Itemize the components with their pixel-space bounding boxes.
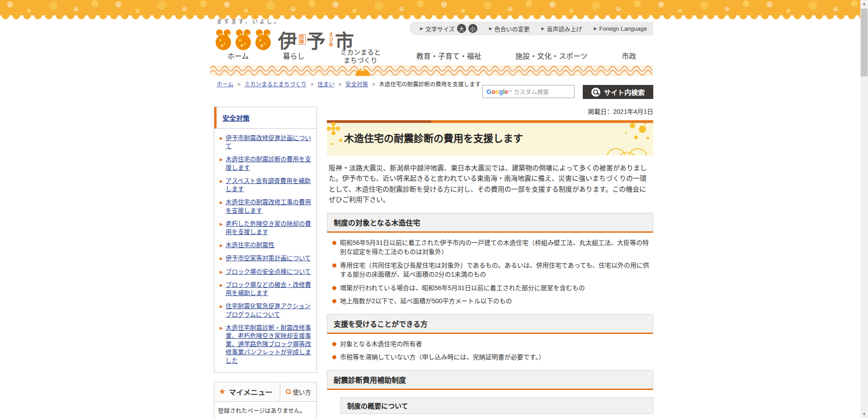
site-search-button[interactable]: サイト内検索	[583, 85, 653, 99]
list-item: 対象となる木造住宅の所有者	[331, 339, 651, 348]
sidebar-link[interactable]: ブロック塀などの撤去・改修費用を補助します	[226, 281, 313, 297]
triangle-marker-icon: ▶	[220, 179, 223, 193]
sidebar-item: ▶ブロック塀の安全点検について	[220, 268, 313, 276]
mymenu-body: 登録されたページはありません。 ＋このページを登録する	[214, 402, 316, 418]
mymenu-usage-button[interactable]: 使い方	[280, 382, 317, 401]
sidebar-item: ▶木造住宅の耐震改修工事の費用を支援します	[220, 198, 313, 215]
sidebar-item: ▶伊予市空家等対策計画について	[220, 254, 313, 263]
mikan-logo-icon	[215, 29, 272, 51]
wave-divider	[210, 65, 653, 76]
mymenu-box: ★ マイメニュー 使い方 登録されたページはありません。 ＋このページを登録する	[214, 382, 317, 418]
sidebar-link[interactable]: 伊予市耐震改修促進計画について	[226, 134, 313, 150]
section-heading-eligible-persons: 支援を受けることができる方	[327, 314, 653, 334]
utility-bar: ▶ 文字サイズ 大 小 ▶ 色合いの変更 ▶ 音声読み上げ ▶ Foreign …	[409, 22, 653, 35]
eligible-persons-list: 対象となる木造住宅の所有者 市税等を滞納していない方（申し込み時には、完納証明書…	[331, 339, 651, 362]
triangle-marker-icon: ▶	[420, 26, 423, 31]
scrollbar-down-arrow[interactable]: ▼	[860, 410, 868, 418]
nav-item-facilities[interactable]: 施設・文化・スポーツ	[515, 52, 588, 61]
sidebar-item: ▶老朽した危険空き家の除却の費用を支援します	[220, 220, 313, 236]
breadcrumb-search-row: ホーム > ミカンまるとまちづくり > 住まい > 安全対策 > 木造住宅の耐震…	[210, 76, 653, 100]
star-icon: ★	[219, 387, 226, 396]
search-placeholder: カスタム検索	[514, 87, 549, 96]
triangle-marker-icon: ▶	[220, 326, 223, 365]
font-size-large-button[interactable]: 大	[457, 24, 466, 33]
sidebar-link[interactable]: 住宅耐震化緊急促進アクションプログラムについて	[226, 302, 313, 319]
flower-deco-icon	[331, 127, 335, 131]
section-heading-subsidy-system: 耐震診断費用補助制度	[327, 370, 653, 390]
scrollbar-thumb[interactable]	[861, 9, 868, 76]
triangle-marker-icon: ▶	[220, 270, 223, 276]
page-container: ますます、いよし。 伊 四国 予 えひめ 市 ▶ 文字サイズ 大 小	[210, 15, 653, 418]
sidebar-link[interactable]: 伊予市空家等対策計画について	[226, 254, 311, 263]
sidebar-item: ▶住宅耐震化緊急促進アクションプログラムについて	[220, 302, 313, 319]
list-item: 昭和56年5月31日以前に着工された伊予市内の一戸建ての木造住宅（枠組み壁工法、…	[331, 238, 651, 257]
sidebar-link[interactable]: 木造住宅の耐震診断の費用を支援します	[226, 155, 313, 172]
published-date: 掲載日：2021年4月1日	[327, 107, 653, 116]
sidebar-item: ▶アスベスト含有調査費用を補助します	[220, 177, 313, 193]
sidebar-item: ▶木造住宅の耐震診断の費用を支援します	[220, 155, 313, 172]
intro-paragraph: 阪神・淡路大震災、新潟県中越沖地震、東日本大震災では、建築物の倒壊によって多くの…	[329, 163, 651, 205]
wave-pattern-deco-icon	[606, 143, 647, 155]
triangle-marker-icon: ▶	[220, 222, 223, 236]
foreign-language-button[interactable]: ▶ Foreign Language	[594, 25, 647, 32]
font-size-control: ▶ 文字サイズ 大 小	[420, 24, 477, 33]
mymenu-empty-message: 登録されたページはありません。	[218, 406, 313, 414]
text-to-speech-button[interactable]: ▶ 音声読み上げ	[542, 24, 582, 33]
color-scheme-button[interactable]: ▶ 色合いの変更	[489, 24, 530, 33]
search-input[interactable]: G o o g l e ™ カスタム検索	[482, 85, 575, 98]
breadcrumb-link-sumai[interactable]: 住まい	[317, 81, 335, 88]
magnifier-icon	[591, 88, 600, 97]
list-item: 地上階数が2以下で、延べ面積が500平方メートル以下のもの	[331, 296, 651, 305]
sidebar: 安全対策 ▶伊予市耐震改修促進計画について ▶木造住宅の耐震診断の費用を支援しま…	[214, 107, 317, 418]
sidebar-category-link[interactable]: 安全対策	[222, 114, 250, 122]
triangle-marker-icon: ▶	[220, 304, 223, 319]
sidebar-link[interactable]: 木造住宅の耐震性	[226, 241, 274, 249]
main-content: 掲載日：2021年4月1日 木造住宅の耐震診断の費用を支援します 阪神・淡路大震…	[327, 107, 653, 418]
nav-item-shisei[interactable]: 市政	[622, 52, 636, 61]
subsection-heading-overview: 制度の概要について	[340, 397, 653, 414]
site-name: 伊 四国 予 えひめ 市	[278, 26, 355, 53]
sidebar-item: ▶木造住宅耐震診断・耐震改修事業、老朽危険空き家除却支援事業、通学路危険ブロック…	[220, 324, 313, 365]
nav-item-kurashi[interactable]: 暮らし	[283, 52, 305, 61]
nav-item-education[interactable]: 教育・子育て・福祉	[416, 52, 481, 61]
triangle-marker-icon: ▶	[220, 157, 223, 172]
shikoku-stamp: 四国	[299, 34, 306, 45]
sidebar-item: ▶伊予市耐震改修促進計画について	[220, 134, 313, 150]
target-houses-list: 昭和56年5月31日以前に着工された伊予市内の一戸建ての木造住宅（枠組み壁工法、…	[331, 238, 651, 306]
sidebar-link[interactable]: 木造住宅耐震診断・耐震改修事業、老朽危険空き家除却支援事業、通学路危険ブロック塀…	[226, 324, 313, 365]
list-item: 市税等を滞納していない方（申し込み時には、完納証明書が必要です。）	[331, 352, 651, 362]
list-item: 増築が行われている場合は、昭和56年5月31日以前に着工された部分に居室を含むも…	[331, 283, 651, 292]
triangle-marker-icon: ▶	[220, 136, 223, 150]
triangle-marker-icon: ▶	[489, 26, 492, 31]
triangle-marker-icon: ▶	[220, 200, 223, 215]
triangle-marker-icon: ▶	[220, 256, 223, 263]
page-title-banner: 木造住宅の耐震診断の費用を支援します	[327, 120, 653, 155]
ehime-stamp: えひめ	[327, 32, 334, 47]
breadcrumb-link-anzen[interactable]: 安全対策	[345, 81, 368, 88]
sidebar-category-header: 安全対策	[214, 107, 316, 129]
dots-deco-icon	[630, 123, 635, 128]
top-decorative-band	[0, 0, 868, 15]
triangle-marker-icon: ▶	[542, 26, 545, 31]
sidebar-link[interactable]: 木造住宅の耐震改修工事の費用を支援します	[226, 198, 313, 215]
mymenu-title: ★ マイメニュー	[214, 382, 280, 401]
sidebar-link[interactable]: 老朽した危険空き家の除却の費用を支援します	[226, 220, 313, 236]
nav-item-home[interactable]: ホーム	[227, 52, 249, 61]
site-header: ますます、いよし。 伊 四国 予 えひめ 市 ▶ 文字サイズ 大 小	[210, 15, 653, 48]
magnifier-icon	[286, 389, 291, 394]
sidebar-link[interactable]: アスベスト含有調査費用を補助します	[226, 177, 313, 193]
triangle-marker-icon: ▶	[594, 26, 597, 31]
mymenu-header: ★ マイメニュー 使い方	[214, 382, 316, 402]
breadcrumb-current: 木造住宅の耐震診断の費用を支援します	[379, 81, 481, 88]
breadcrumb-link-home[interactable]: ホーム	[217, 81, 233, 88]
breadcrumb-link-machizukuri[interactable]: ミカンまるとまちづくり	[244, 81, 307, 88]
sidebar-link[interactable]: ブロック塀の安全点検について	[226, 268, 311, 276]
triangle-marker-icon: ▶	[220, 283, 223, 297]
scrollbar[interactable]: ▲ ▼	[860, 0, 868, 418]
list-item: 専用住宅（共同住宅及び長屋住宅は対象外）であるもの。あるいは、併用住宅であっても…	[331, 261, 651, 279]
scrollbar-up-arrow[interactable]: ▲	[860, 0, 868, 8]
site-search: G o o g l e ™ カスタム検索 サイト内検索	[482, 85, 653, 99]
font-size-small-button[interactable]: 小	[468, 24, 477, 33]
sidebar-menu-list: ▶伊予市耐震改修促進計画について ▶木造住宅の耐震診断の費用を支援します ▶アス…	[214, 129, 316, 372]
sidebar-item: ▶木造住宅の耐震性	[220, 241, 313, 249]
